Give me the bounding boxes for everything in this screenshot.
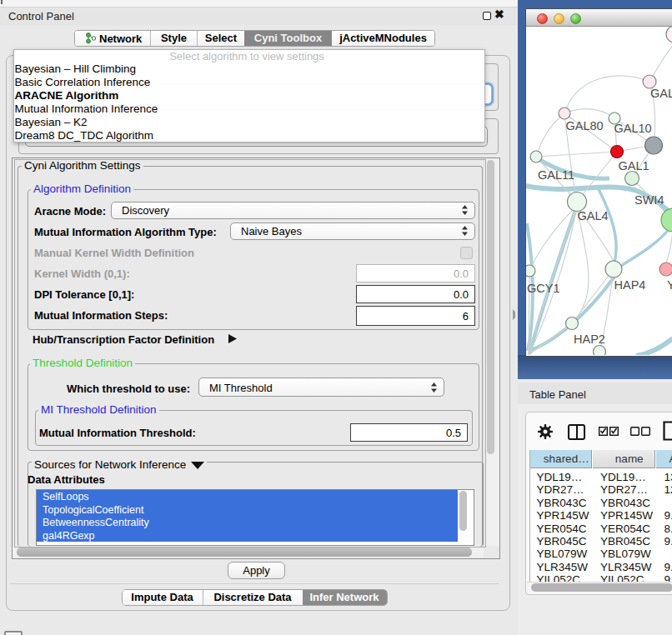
svg-text:HAP4: HAP4 — [614, 278, 646, 292]
svg-text:GAL: GAL — [650, 87, 672, 100]
svg-text:GAL10: GAL10 — [614, 122, 652, 135]
svg-text:GAL4: GAL4 — [578, 209, 609, 222]
svg-text:GAL80: GAL80 — [566, 119, 604, 132]
svg-text:SWI4: SWI4 — [634, 193, 664, 207]
svg-text:HAP2: HAP2 — [574, 332, 605, 346]
svg-text:GAL11: GAL11 — [538, 168, 574, 182]
svg-text:GCY1: GCY1 — [527, 282, 560, 295]
svg-text:GAL1: GAL1 — [619, 159, 649, 172]
svg-text:Y: Y — [667, 278, 672, 292]
